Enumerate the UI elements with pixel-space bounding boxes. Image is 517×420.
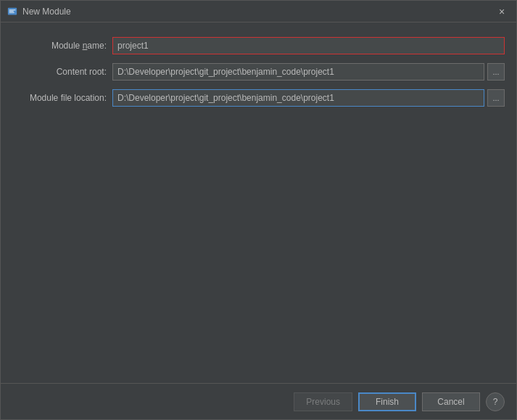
module-name-input[interactable]: [112, 37, 505, 54]
content-root-row: Content root: ...: [12, 63, 505, 81]
module-file-browse-button[interactable]: ...: [487, 89, 505, 107]
content-root-input-wrapper: ...: [112, 63, 505, 81]
dialog-footer: Previous Finish Cancel ?: [1, 383, 516, 419]
module-file-location-row: Module file location: ...: [12, 89, 505, 107]
dialog-title: New Module: [22, 7, 493, 17]
module-name-label: Module name:: [12, 41, 107, 51]
finish-button[interactable]: Finish: [358, 392, 416, 411]
module-name-row: Module name:: [12, 37, 505, 54]
content-root-input[interactable]: [112, 63, 484, 81]
module-file-location-input[interactable]: [112, 89, 484, 107]
dialog-icon: [7, 6, 18, 17]
previous-button[interactable]: Previous: [294, 392, 352, 411]
module-file-input-wrapper: ...: [112, 89, 505, 107]
module-file-location-label: Module file location:: [12, 93, 107, 103]
svg-rect-2: [9, 11, 14, 12]
title-bar: New Module ×: [1, 1, 516, 22]
svg-rect-1: [9, 9, 16, 10]
cancel-button[interactable]: Cancel: [422, 392, 480, 411]
module-name-input-wrapper: [112, 37, 505, 54]
content-root-browse-button[interactable]: ...: [487, 63, 505, 81]
dialog-content: Module name: Content root: ... Module fi…: [1, 22, 516, 383]
help-button[interactable]: ?: [486, 392, 505, 411]
content-spacer: [12, 115, 505, 368]
svg-rect-3: [9, 12, 15, 12]
content-root-label: Content root:: [12, 67, 107, 77]
new-module-dialog: New Module × Module name: Content root: …: [0, 0, 517, 420]
close-button[interactable]: ×: [493, 3, 510, 20]
